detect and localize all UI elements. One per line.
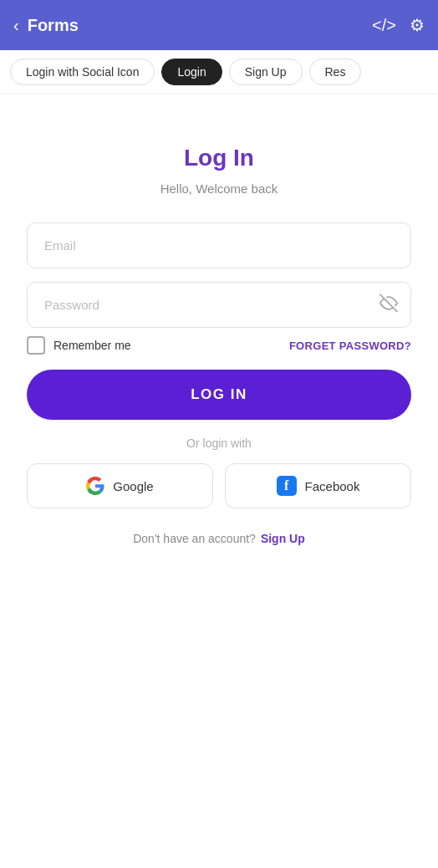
social-buttons: Google f Facebook [27,463,411,508]
google-login-button[interactable]: Google [27,463,213,508]
signup-link[interactable]: Sign Up [261,532,305,545]
login-button[interactable]: LOG IN [27,370,411,420]
or-text: Or login with [186,437,252,450]
tab-signup[interactable]: Sign Up [229,59,303,85]
no-account-text: Don't have an account? [133,532,256,545]
email-field-wrapper [27,222,411,268]
gear-icon[interactable]: ⚙ [410,15,425,35]
options-row: Remember me FORGET PASSWORD? [27,336,411,355]
remember-me-label: Remember me [53,339,131,352]
google-icon [86,477,104,495]
signup-row: Don't have an account? Sign Up [133,532,305,545]
tab-login[interactable]: Login [161,59,222,85]
code-icon[interactable]: </> [372,16,396,35]
remember-me-checkbox[interactable] [27,336,45,355]
facebook-label: Facebook [305,479,360,493]
password-input[interactable] [27,282,411,328]
main-content: Log In Hello, Welcome back Remember me F… [0,94,438,579]
tab-login-social-icon[interactable]: Login with Social Icon [10,59,155,85]
welcome-text: Hello, Welcome back [160,181,278,196]
header-left: ‹ Forms [13,16,79,35]
facebook-login-button[interactable]: f Facebook [225,463,411,508]
forget-password-link[interactable]: FORGET PASSWORD? [289,340,411,352]
header-right: </> ⚙ [372,15,425,35]
tab-res[interactable]: Res [309,59,362,85]
login-form [27,222,411,328]
tabs-bar: Login with Social Icon Login Sign Up Res [0,50,438,94]
facebook-icon: f [277,476,297,496]
remember-me-row[interactable]: Remember me [27,336,131,355]
page-title: Log In [184,145,254,171]
password-field-wrapper [27,282,411,328]
email-input[interactable] [27,222,411,268]
back-icon[interactable]: ‹ [13,16,19,35]
google-label: Google [113,479,153,493]
toggle-password-icon[interactable] [379,294,398,316]
header: ‹ Forms </> ⚙ [0,0,438,50]
header-title: Forms [28,16,79,35]
